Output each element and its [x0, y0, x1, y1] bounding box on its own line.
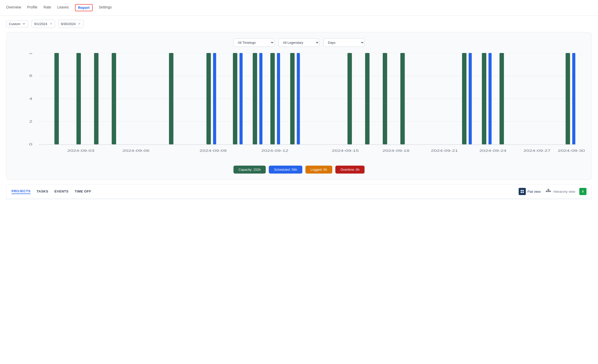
svg-rect-48 [522, 190, 524, 191]
svg-text:2024-09-27: 2024-09-27 [524, 149, 551, 153]
svg-rect-22 [277, 53, 280, 144]
svg-rect-35 [572, 53, 575, 144]
svg-text:2024-09-12: 2024-09-12 [261, 149, 288, 153]
excel-export-btn[interactable]: X [579, 188, 586, 195]
svg-rect-52 [546, 191, 547, 192]
end-date-value: 9/30/2024 [61, 22, 76, 26]
svg-text:2024-09-06: 2024-09-06 [122, 149, 150, 153]
svg-rect-47 [521, 190, 522, 191]
svg-rect-10 [55, 53, 59, 144]
svg-rect-50 [522, 192, 524, 193]
legend-overtime: Overtime: 0h [335, 166, 365, 174]
svg-rect-25 [347, 53, 352, 144]
chart-controls: All Timelogs All Legendary Days [13, 38, 585, 47]
nav-report[interactable]: Report [75, 4, 93, 11]
hierarchy-icon [545, 188, 552, 195]
start-date-value: 9/1/2024 [34, 22, 47, 26]
groupby-dropdown[interactable]: Days [324, 38, 365, 47]
svg-rect-33 [499, 53, 504, 144]
chevron-down-icon [22, 22, 26, 26]
svg-rect-19 [253, 53, 257, 144]
flat-view-label: Flat view [527, 190, 540, 194]
svg-text:4: 4 [29, 97, 32, 100]
view-controls: Flat view Hierarchy view [519, 188, 586, 195]
svg-text:2024-09-15: 2024-09-15 [332, 149, 359, 153]
svg-text:2024-09-21: 2024-09-21 [431, 149, 458, 153]
period-label: Custom [9, 22, 20, 26]
svg-rect-17 [233, 53, 237, 144]
svg-text:2024-09-24: 2024-09-24 [479, 149, 507, 153]
flat-view-btn[interactable]: Flat view [519, 188, 540, 195]
main-nav: Overview Profile Rate Leaves Report Sett… [0, 0, 598, 16]
svg-rect-16 [213, 53, 216, 144]
svg-rect-18 [240, 53, 243, 144]
tab-projects[interactable]: PROJECTS [12, 189, 30, 194]
svg-text:2024-09-03: 2024-09-03 [67, 149, 94, 153]
svg-text:2024-09-30: 2024-09-30 [558, 149, 585, 153]
tabs-row: PROJECTS TASKS EVENTS TIME OFF Flat view [6, 184, 592, 199]
svg-rect-54 [549, 191, 551, 192]
nav-overview[interactable]: Overview [6, 5, 21, 10]
svg-rect-49 [521, 192, 522, 193]
end-date-input[interactable]: 9/30/2024 × [58, 20, 83, 28]
bottom-section: PROJECTS TASKS EVENTS TIME OFF Flat view [6, 184, 592, 199]
svg-rect-12 [94, 53, 98, 144]
svg-rect-21 [270, 53, 275, 144]
svg-rect-31 [482, 53, 486, 144]
flat-view-icon [519, 188, 526, 195]
start-date-clear[interactable]: × [50, 22, 52, 26]
tab-events[interactable]: EVENTS [55, 189, 69, 194]
chart-svg: 0 2 4 6 8 [13, 53, 585, 160]
timelogs-dropdown[interactable]: All Timelogs [233, 38, 274, 47]
nav-settings[interactable]: Settings [99, 5, 112, 10]
legend-scheduled: Scheduled: 56h [269, 166, 302, 174]
svg-rect-23 [290, 53, 295, 144]
svg-rect-27 [383, 53, 387, 144]
svg-rect-29 [462, 53, 466, 144]
svg-rect-24 [297, 53, 300, 144]
svg-text:2024-09-09: 2024-09-09 [199, 149, 227, 153]
svg-rect-51 [548, 189, 549, 190]
hierarchy-view-label: Hierarchy view [553, 190, 575, 194]
hierarchy-view-btn[interactable]: Hierarchy view [545, 188, 575, 195]
nav-profile[interactable]: Profile [27, 5, 37, 10]
legendary-dropdown[interactable]: All Legendary [279, 38, 319, 47]
svg-text:2024-09-18: 2024-09-18 [382, 149, 410, 153]
svg-rect-34 [566, 53, 570, 144]
period-select[interactable]: Custom [6, 20, 28, 28]
svg-rect-28 [400, 53, 405, 144]
svg-rect-15 [206, 53, 211, 144]
chart-container: All Timelogs All Legendary Days 0 2 4 6 … [6, 32, 592, 180]
svg-text:0: 0 [29, 142, 32, 146]
svg-rect-26 [365, 53, 369, 144]
svg-text:6: 6 [29, 74, 32, 78]
filters-row: Custom 9/1/2024 × 9/30/2024 × [0, 16, 598, 32]
svg-text:2: 2 [29, 119, 32, 123]
nav-rate[interactable]: Rate [44, 5, 51, 10]
svg-rect-11 [77, 53, 81, 144]
start-date-input[interactable]: 9/1/2024 × [31, 20, 55, 28]
tab-time-off[interactable]: TIME OFF [75, 189, 91, 194]
svg-rect-20 [259, 53, 262, 144]
svg-rect-13 [112, 53, 116, 144]
legend-logged: Logged: 0h [305, 166, 332, 174]
nav-leaves[interactable]: Leaves [57, 5, 69, 10]
chart-legend: Capacity: 152h Scheduled: 56h Logged: 0h… [13, 166, 585, 174]
tab-tasks[interactable]: TASKS [37, 189, 48, 194]
chart-area: 0 2 4 6 8 [13, 53, 585, 160]
svg-text:8: 8 [29, 53, 32, 55]
svg-rect-53 [548, 191, 549, 192]
svg-rect-30 [469, 53, 472, 144]
svg-rect-32 [488, 53, 492, 144]
grid-icon [520, 189, 524, 194]
svg-rect-14 [169, 53, 173, 144]
tree-icon [546, 189, 551, 194]
end-date-clear[interactable]: × [78, 22, 81, 26]
legend-capacity: Capacity: 152h [233, 166, 266, 174]
excel-icon-label: X [582, 190, 584, 193]
